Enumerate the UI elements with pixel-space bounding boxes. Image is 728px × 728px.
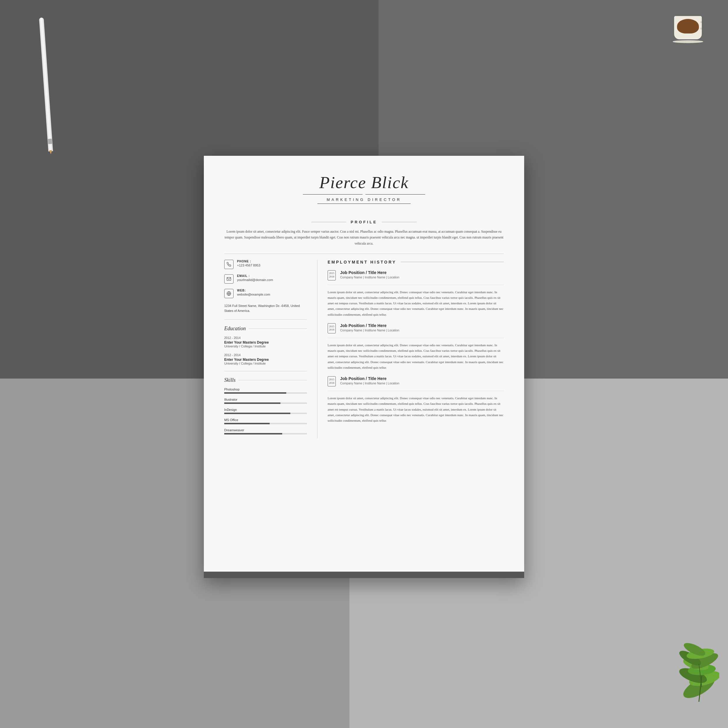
employment-section-line	[401, 262, 504, 262]
job-divider-1	[327, 285, 504, 285]
phone-details: PHONE : +123 4567 8953	[237, 260, 260, 267]
skill-photoshop: Photoshop	[224, 388, 307, 394]
contact-email: EMAIL : yourlmailid@domain.com	[224, 274, 307, 284]
skill-dreamweaver: Dreamweaver	[224, 428, 307, 434]
skill-bar-fill-photoshop	[224, 392, 286, 394]
job-company-2: Company Name | Institune Name | Location	[340, 329, 399, 332]
edu-degree-1: Enter Your Masters Degree	[224, 340, 307, 344]
title-line-left	[317, 203, 411, 204]
main-divider	[224, 254, 504, 254]
skill-bar-fill-indesign	[224, 413, 290, 414]
profile-section-title: PROFILE	[350, 220, 377, 224]
skill-name-photoshop: Photoshop	[224, 388, 307, 391]
job-description-1: Lorem ipsum dolor sit amet, consectetur …	[327, 289, 504, 317]
bottom-bar	[204, 572, 524, 578]
job-title-3: Job Position / Title Here	[340, 376, 399, 381]
plant-decoration	[655, 629, 719, 711]
skill-bar-fill-dreamweaver	[224, 433, 282, 434]
left-underline	[303, 194, 362, 195]
phone-icon	[224, 260, 234, 269]
job-item-2: 2015 2018 Job Position / Title Here Comp…	[327, 323, 504, 370]
title-bracket	[317, 203, 411, 204]
job-divider-2	[327, 338, 504, 338]
name-underline-decoration	[303, 194, 425, 195]
email-label: EMAIL :	[237, 274, 273, 277]
job-header-2: 2015 2018 Job Position / Title Here Comp…	[327, 323, 504, 333]
job-description-3: Lorem ipsum dolor sit amet, consectetur …	[327, 395, 504, 424]
phone-value: +123 4567 8953	[237, 263, 260, 267]
skill-bar-bg-photoshop	[224, 392, 307, 394]
web-label: WEB:	[237, 289, 270, 292]
web-icon	[224, 289, 234, 298]
contact-section: PHONE : +123 4567 8953 EMAIL : yourlmail…	[224, 260, 307, 314]
skill-bar-bg-msoffice	[224, 423, 307, 424]
resume-header: Pierce Blick MARKETING DIRECTOR	[224, 173, 504, 213]
profile-line-left	[311, 222, 346, 222]
edu-institution-1: University / Collega / Institute	[224, 344, 307, 348]
skill-bar-bg-illustrator	[224, 402, 307, 404]
phone-label: PHONE :	[237, 260, 260, 263]
contact-phone: PHONE : +123 4567 8953	[224, 260, 307, 269]
education-item-2: 2012 - 2014 Enter Your Masters Degree Un…	[224, 353, 307, 365]
address-text: 1234 Full Street Name, Washington Dc -64…	[224, 303, 307, 314]
email-details: EMAIL : yourlmailid@domain.com	[237, 274, 273, 281]
skill-bar-bg-indesign	[224, 413, 307, 414]
skill-bar-fill-illustrator	[224, 402, 280, 404]
education-section-title: Education	[224, 326, 307, 332]
pencil-decoration	[44, 17, 48, 151]
job-year-bracket-1: 2015 2018	[327, 270, 336, 280]
job-details-2: Job Position / Title Here Company Name |…	[340, 323, 399, 332]
skill-name-illustrator: Illustrator	[224, 398, 307, 401]
job-year-bracket-2: 2015 2018	[327, 323, 336, 333]
job-item-1: 2015 2018 Job Position / Title Here Comp…	[327, 270, 504, 317]
education-item-1: 2012 - 2014 Enter Your Masters Degree Un…	[224, 336, 307, 348]
job-year-bracket-3: 2015 2018	[327, 376, 336, 387]
email-icon	[224, 274, 234, 284]
edu-years-2: 2012 - 2014	[224, 353, 307, 357]
skills-section: Skills Photoshop Illustrator InD	[224, 377, 307, 434]
right-column: EMPLOYMENT HISTORY 2015 2018 Job Positio…	[317, 260, 504, 439]
job-header-1: 2015 2018 Job Position / Title Here Comp…	[327, 270, 504, 280]
resume-document: Pierce Blick MARKETING DIRECTOR PROFILE …	[204, 156, 524, 578]
job-item-3: 2015 2018 Job Position / Title Here Comp…	[327, 376, 504, 424]
right-underline	[366, 194, 425, 195]
candidate-name: Pierce Blick	[224, 173, 504, 192]
left-column: PHONE : +123 4567 8953 EMAIL : yourlmail…	[224, 260, 317, 439]
job-divider-3	[327, 391, 504, 391]
edu-years-1: 2012 - 2014	[224, 336, 307, 340]
coffee-cup-decoration	[674, 16, 703, 43]
job-details-1: Job Position / Title Here Company Name |…	[340, 270, 399, 279]
two-column-layout: PHONE : +123 4567 8953 EMAIL : yourlmail…	[224, 260, 504, 439]
skill-name-msoffice: MS Office	[224, 418, 307, 422]
skill-bar-fill-msoffice	[224, 423, 270, 424]
skills-section-title: Skills	[224, 377, 307, 383]
edu-degree-2: Enter Your Masters Degree	[224, 358, 307, 362]
employment-section-header: EMPLOYMENT HISTORY	[327, 260, 504, 265]
skill-msoffice: MS Office	[224, 418, 307, 424]
job-company-1: Company Name | Institune Name | Location	[340, 275, 399, 279]
skill-bar-bg-dreamweaver	[224, 433, 307, 434]
job-title-2: Job Position / Title Here	[340, 323, 399, 328]
email-value: yourlmailid@domain.com	[237, 278, 273, 281]
job-company-3: Company Name | Institune Name | Location	[340, 381, 399, 385]
employment-section-title: EMPLOYMENT HISTORY	[327, 260, 396, 265]
candidate-title: MARKETING DIRECTOR	[224, 197, 504, 202]
job-header-3: 2015 2018 Job Position / Title Here Comp…	[327, 376, 504, 387]
skill-name-indesign: InDesign	[224, 408, 307, 411]
edu-institution-2: University / Collega / Institute	[224, 362, 307, 365]
job-details-3: Job Position / Title Here Company Name |…	[340, 376, 399, 385]
profile-text: Lorem ipsum dolor sit amet, consectetur …	[224, 229, 504, 246]
profile-section-header: PROFILE	[224, 220, 504, 224]
skill-name-dreamweaver: Dreamweaver	[224, 428, 307, 432]
left-divider-1	[224, 320, 307, 320]
skill-indesign: InDesign	[224, 408, 307, 414]
contact-web: WEB: website@example.com	[224, 289, 307, 298]
job-description-2: Lorem ipsum dolor sit amet, consectetur …	[327, 343, 504, 370]
job-title-1: Job Position / Title Here	[340, 270, 399, 275]
web-value: website@example.com	[237, 293, 270, 296]
profile-line-right	[382, 222, 417, 222]
education-section: Education 2012 - 2014 Enter Your Masters…	[224, 326, 307, 365]
web-details: WEB: website@example.com	[237, 289, 270, 296]
skill-illustrator: Illustrator	[224, 398, 307, 404]
